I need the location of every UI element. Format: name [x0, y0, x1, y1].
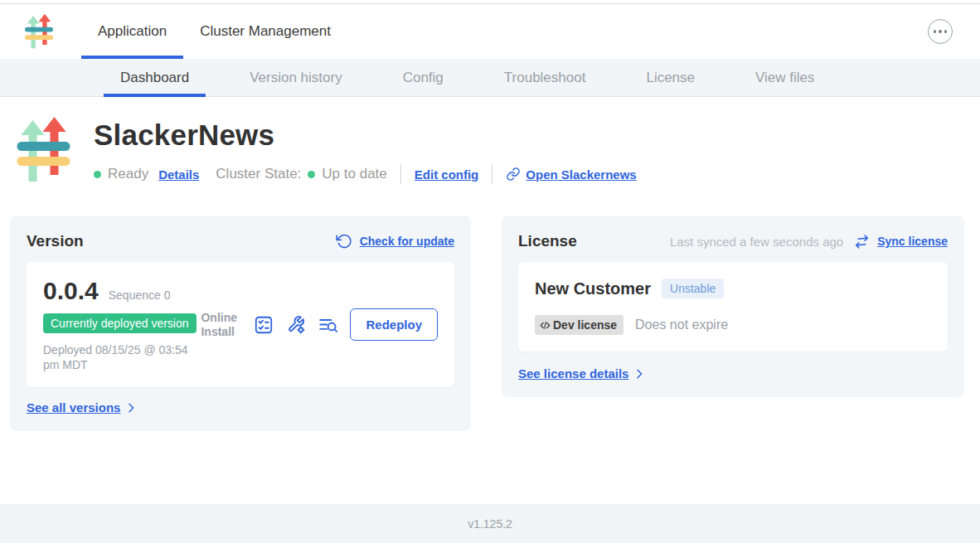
slackernews-app-icon	[17, 117, 70, 183]
console-footer: v1.125.2	[0, 504, 980, 543]
license-card-title: License	[518, 232, 577, 250]
app-logo	[25, 4, 53, 59]
app-title-block: SlackerNews Ready Details Cluster State:…	[17, 117, 980, 184]
sequence-label: Sequence 0	[109, 288, 171, 302]
license-type-tag: Dev license	[535, 315, 623, 335]
dashboard-content: SlackerNews Ready Details Cluster State:…	[0, 97, 980, 504]
subtab-license[interactable]: License	[629, 59, 711, 96]
tab-application[interactable]: Application	[81, 4, 183, 59]
status-details-link[interactable]: Details	[158, 167, 199, 182]
preflight-checks-icon[interactable]	[253, 314, 274, 336]
app-header-bar: Application Cluster Management	[0, 4, 980, 59]
channel-badge: Unstable	[662, 279, 724, 298]
subtab-dashboard[interactable]: Dashboard	[104, 59, 206, 96]
cluster-state: Cluster State: Up to date	[216, 166, 386, 182]
version-number: 0.0.4	[43, 277, 99, 305]
install-type-label: Online Install	[201, 311, 242, 337]
license-expiry: Does not expire	[635, 318, 728, 332]
deploy-logs-icon[interactable]	[318, 314, 339, 336]
subtab-view-files[interactable]: View files	[739, 59, 832, 96]
app-status: Ready	[94, 166, 148, 182]
cluster-status-dot	[308, 171, 315, 178]
divider	[492, 164, 492, 184]
config-tools-icon[interactable]	[285, 314, 307, 336]
console-version: v1.125.2	[468, 517, 512, 531]
divider	[400, 164, 401, 184]
deployed-badge: Currently deployed version	[43, 313, 196, 333]
chevron-right-icon	[124, 401, 138, 415]
see-all-versions-link[interactable]: See all versions	[27, 400, 120, 415]
slackernews-logo-icon	[25, 13, 53, 50]
tab-cluster-management[interactable]: Cluster Management	[183, 4, 347, 59]
deployed-timestamp: Deployed 08/15/25 @ 03:54 pm MDT	[43, 343, 201, 372]
check-for-update-link[interactable]: Check for update	[360, 235, 454, 248]
tab-application-label: Application	[98, 23, 167, 40]
cluster-state-value: Up to date	[322, 166, 386, 182]
sync-arrows-icon	[854, 234, 870, 250]
page-title: SlackerNews	[94, 119, 637, 152]
chevron-right-icon	[633, 367, 646, 381]
app-subnav: Dashboard Version history Config Trouble…	[0, 59, 980, 97]
more-options-button[interactable]	[928, 19, 953, 44]
current-version-panel: 0.0.4 Sequence 0 Currently deployed vers…	[27, 262, 454, 387]
app-status-label: Ready	[108, 166, 148, 182]
redeploy-button[interactable]: Redeploy	[350, 308, 438, 341]
refresh-icon	[336, 233, 352, 250]
ready-status-dot	[94, 171, 101, 178]
edit-config-link[interactable]: Edit config	[415, 167, 479, 182]
sync-license-link[interactable]: Sync license	[877, 235, 948, 248]
version-card-title: Version	[27, 232, 84, 250]
license-panel: New Customer Unstable Dev license Does n…	[518, 262, 948, 351]
see-license-details-link[interactable]: See license details	[518, 366, 628, 381]
subtab-config[interactable]: Config	[386, 59, 460, 96]
license-card: License Last synced a few seconds ago Sy…	[502, 216, 964, 397]
subtab-version-history[interactable]: Version history	[233, 59, 359, 96]
external-link-icon	[506, 167, 521, 182]
code-icon	[539, 319, 551, 332]
cluster-state-label: Cluster State:	[216, 166, 301, 182]
primary-nav: Application Cluster Management	[81, 4, 347, 59]
tab-cluster-management-label: Cluster Management	[200, 23, 331, 40]
last-synced-label: Last synced a few seconds ago	[670, 235, 843, 249]
customer-name: New Customer	[535, 279, 651, 298]
ellipsis-icon	[934, 30, 937, 33]
subtab-troubleshoot[interactable]: Troubleshoot	[488, 59, 603, 96]
app-status-row: Ready Details Cluster State: Up to date …	[94, 164, 637, 184]
version-card: Version Check for update 0.0.4 Sequ	[10, 216, 471, 431]
open-app-link[interactable]: Open Slackernews	[526, 167, 636, 182]
